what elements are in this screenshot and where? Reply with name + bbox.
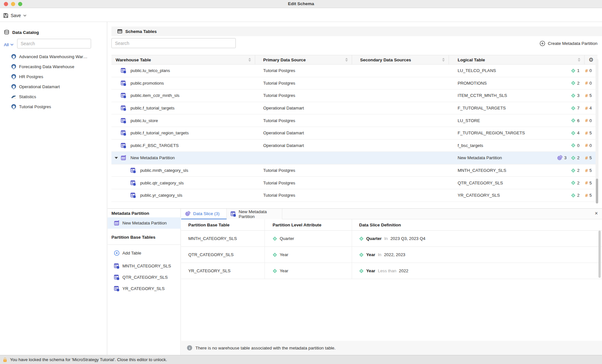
partition-level-attribute: Year — [280, 252, 288, 257]
fact-count: 5 — [589, 168, 592, 173]
fact-hash-icon: # — [585, 118, 588, 123]
primary-data-source: Operational Datamart — [263, 143, 304, 148]
metadata-partition-item[interactable]: New Metadata Partition — [108, 217, 181, 229]
partition-level-attribute: Quarter — [280, 236, 294, 241]
schema-table-row[interactable]: public.f_tutorial_region_targets Operati… — [111, 127, 597, 140]
data-catalog-header: Data Catalog — [4, 30, 39, 35]
partition-base-table-item[interactable]: QTR_CATEGORY_SLS — [108, 272, 181, 283]
partition-base-tables-title: Partition Base Tables — [111, 235, 155, 240]
column-header-primary-data-source[interactable]: Primary Data Source — [255, 55, 352, 64]
fact-hash-icon: # — [585, 193, 588, 198]
sort-icon[interactable] — [345, 58, 348, 62]
save-button[interactable]: Save — [3, 12, 26, 19]
object-counts: 0 # 0 — [571, 140, 592, 152]
data-catalog-item[interactable]: Tutorial Postgres — [0, 102, 107, 112]
expand-arrow-icon[interactable] — [115, 157, 118, 159]
window-titlebar: Edit Schema — [0, 0, 602, 8]
warehouse-table-name: public.item_cctr_mnth_sls — [130, 93, 180, 98]
schema-table-row[interactable]: public.item_cctr_mnth_sls Tutorial Postg… — [111, 89, 597, 102]
gear-icon[interactable]: ⚙ — [588, 57, 593, 63]
schema-table-row[interactable]: public.f_tutorial_targets Operational Da… — [111, 102, 597, 115]
object-counts: 6 # 0 — [571, 114, 592, 127]
schema-table-row[interactable]: public.lu_telco_plans Tutorial Postgres … — [111, 65, 597, 77]
data-slice-row[interactable]: YR_CATEGORY_SLS Year Year Less than 2022 — [181, 263, 602, 279]
schema-table-row[interactable]: public.mnth_category_sls Tutorial Postgr… — [111, 164, 597, 177]
metadata-partition-title: Metadata Partition — [111, 211, 149, 216]
fact-hash-icon: # — [585, 180, 588, 185]
warehouse-table-name: public.F_BSC_TARGETS — [130, 143, 179, 148]
data-slice-row[interactable]: MNTH_CATEGORY_SLS Quarter Quarter In 202… — [181, 231, 602, 247]
schema-tables-search-input[interactable] — [111, 38, 236, 48]
catalog-filter-dropdown[interactable]: All — [4, 40, 14, 49]
warehouse-table-icon — [121, 118, 126, 123]
schema-table-row[interactable]: public.qtr_category_sls Tutorial Postgre… — [111, 177, 597, 189]
logical-table-name: YR_CATEGORY_SLS — [458, 193, 500, 198]
object-counts: 3 # 5 — [571, 89, 592, 102]
partition-base-table-name: MNTH_CATEGORY_SLS — [188, 236, 237, 241]
warehouse-table-icon — [130, 180, 136, 186]
fact-hash-icon: # — [585, 93, 588, 98]
attribute-diamond-icon — [571, 118, 576, 123]
attribute-diamond-icon — [359, 269, 364, 273]
data-slice-row[interactable]: QTR_CATEGORY_SLS Year Year In 2022, 2023 — [181, 247, 602, 263]
object-counts: 3 2 # 5 — [557, 152, 592, 164]
warehouse-table-icon — [114, 275, 119, 280]
sort-icon[interactable] — [578, 58, 580, 62]
toolbar: Save — [0, 8, 602, 22]
data-slice-table-body: MNTH_CATEGORY_SLS Quarter Quarter In 202… — [181, 231, 602, 279]
fact-count: 0 — [589, 68, 592, 73]
tab-data-slice[interactable]: Data Slice (3) — [181, 209, 227, 219]
partition-base-table-item[interactable]: YR_CATEGORY_SLS — [108, 283, 181, 294]
plus-circle-icon — [114, 250, 119, 256]
catalog-search-input[interactable] — [17, 39, 91, 48]
fact-hash-icon: # — [585, 68, 588, 73]
info-bar: i There is no warehouse table associated… — [181, 341, 602, 355]
partition-base-table-item[interactable]: MNTH_CATEGORY_SLS — [108, 260, 181, 272]
attribute-count: 2 — [577, 181, 580, 185]
logical-table-name: ITEM_CCTR_MNTH_SLS — [458, 93, 507, 98]
schema-tables-title: Schema Tables — [125, 29, 157, 34]
fact-count: 5 — [589, 93, 592, 98]
tab-new-metadata-partition[interactable]: New Metadata Partition — [227, 209, 282, 219]
attribute-diamond-icon — [571, 156, 576, 160]
attribute-diamond-icon — [571, 131, 576, 135]
object-counts: 1 # 0 — [571, 65, 592, 77]
schema-table-scrollbar-thumb[interactable] — [596, 179, 598, 203]
column-header-logical-table[interactable]: Logical Table — [449, 55, 585, 64]
schema-table-row[interactable]: public.lu_store Tutorial Postgres LU_STO… — [111, 114, 597, 127]
warehouse-table-icon — [121, 105, 126, 111]
primary-data-source: Tutorial Postgres — [263, 193, 295, 198]
add-table-button[interactable]: Add Table — [114, 249, 141, 257]
create-metadata-partition-button[interactable]: Create Metadata Partition — [540, 38, 597, 48]
create-metadata-partition-label: Create Metadata Partition — [548, 41, 597, 46]
fact-hash-icon: # — [585, 106, 588, 111]
status-message: You have locked the schema for 'MicroStr… — [10, 357, 167, 362]
schema-table-row[interactable]: public.yr_category_sls Tutorial Postgres… — [111, 189, 597, 202]
save-chevron-down-icon[interactable] — [23, 15, 26, 16]
warehouse-table-icon — [121, 143, 126, 148]
data-catalog-item[interactable]: HR Postgres — [0, 72, 107, 82]
attribute-diamond-icon — [359, 236, 364, 241]
partition-table-icon — [121, 155, 126, 161]
warehouse-table-icon — [231, 211, 236, 217]
status-bar: You have locked the schema for 'MicroStr… — [0, 355, 602, 364]
sort-icon[interactable] — [248, 58, 251, 62]
schema-table-row[interactable]: New Metadata Partition New Metadata Part… — [111, 152, 597, 164]
logical-table-name: PROMOTIONS — [458, 81, 487, 86]
schema-table-row[interactable]: public.F_BSC_TARGETS Operational Datamar… — [111, 140, 597, 152]
data-catalog-item[interactable]: Advanced Data Warehousing War… — [0, 52, 107, 62]
close-panel-icon[interactable]: ✕ — [595, 211, 598, 216]
data-catalog-item[interactable]: Operational Datamart — [0, 82, 107, 92]
attribute-diamond-icon — [571, 106, 576, 110]
data-catalog-item[interactable]: Forecasting Data Warehouse — [0, 62, 107, 72]
schema-table-row[interactable]: public.promotions Tutorial Postgres PROM… — [111, 77, 597, 90]
data-catalog-item[interactable]: Statistics — [0, 92, 107, 102]
column-header-data-slice-definition: Data Slice Definition — [352, 219, 602, 230]
sort-icon[interactable] — [442, 58, 445, 62]
data-slice-scrollbar-thumb[interactable] — [598, 231, 601, 278]
warehouse-table-icon — [130, 192, 136, 198]
primary-data-source: Tutorial Postgres — [263, 68, 295, 73]
fact-count: 5 — [589, 155, 592, 160]
column-header-secondary-data-sources[interactable]: Secondary Data Sources — [352, 55, 449, 64]
column-header-warehouse-table[interactable]: Warehouse Table — [111, 55, 255, 64]
